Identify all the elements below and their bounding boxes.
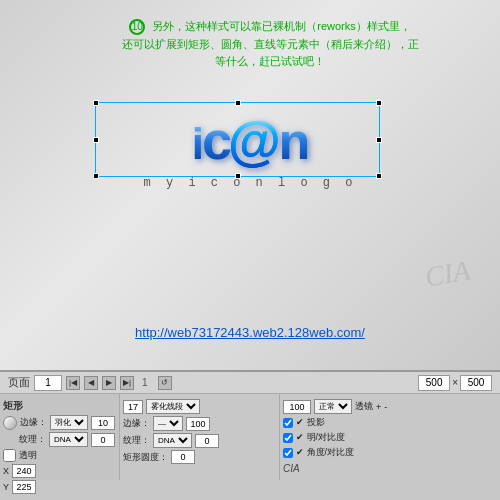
panel-left: 矩形 边缘： 羽化 纹理： DNA 透明	[0, 394, 120, 480]
bottom-toolbar: 页面 |◀ ◀ ▶ ▶| 1 ↺ × 矩形 边缘： 羽化	[0, 370, 500, 500]
page-bar-left: 页面 |◀ ◀ ▶ ▶| 1 ↺	[8, 375, 172, 391]
canvas-area: 10 另外，这种样式可以靠已裸机制（reworks）样式里， 还可以扩展到矩形、…	[0, 0, 500, 370]
texture-label: 纹理：	[19, 433, 46, 446]
icon-container[interactable]: ic@n m y i c o n l o g o	[110, 110, 390, 190]
border-select[interactable]: —	[153, 416, 183, 431]
properties-panel: 矩形 边缘： 羽化 纹理： DNA 透明	[0, 394, 500, 480]
x-value-input[interactable]	[12, 464, 36, 478]
blur-mode-select[interactable]: 雾化线段	[146, 399, 200, 414]
panel-right: 正常 透镜 + - ✔ 投影 ✔ 明/对比度 ✔ 角度/对比度 CIA	[280, 394, 500, 480]
angle-checkbox[interactable]	[283, 448, 293, 458]
border-value[interactable]	[186, 417, 210, 431]
texture2-select[interactable]: DNA	[153, 433, 192, 448]
handle-mid-left[interactable]	[93, 137, 99, 143]
handle-bot-left[interactable]	[93, 173, 99, 179]
texture-value[interactable]	[91, 433, 115, 447]
feather-select[interactable]: 羽化	[50, 415, 88, 430]
refresh-btn[interactable]: ↺	[158, 376, 172, 390]
page-number-input[interactable]	[34, 375, 62, 391]
rect-angle-input[interactable]	[171, 450, 195, 464]
brightness-label: ✔ 明/对比度	[296, 431, 345, 444]
blur-value-input[interactable]	[123, 400, 143, 414]
transparent-label: 透明	[19, 449, 37, 462]
annotation-line1: 另外，这种样式可以靠已裸机制（reworks）样式里，	[152, 20, 411, 32]
rect-angle-label: 矩形圆度：	[123, 451, 168, 464]
icon-subtitle: m y i c o n l o g o	[110, 176, 390, 190]
prev-page-btn[interactable]: ◀	[84, 376, 98, 390]
shadow-label: ✔ 投影	[296, 416, 325, 429]
shape-type-label: 矩形	[3, 399, 23, 413]
url-link[interactable]: http://web73172443.web2.128web.com/	[135, 325, 365, 340]
transparent-checkbox[interactable]	[3, 449, 16, 462]
shadow-checkbox[interactable]	[283, 418, 293, 428]
feather-value[interactable]	[91, 416, 115, 430]
brightness-checkbox[interactable]	[283, 433, 293, 443]
page-bar: 页面 |◀ ◀ ▶ ▶| 1 ↺ ×	[0, 372, 500, 394]
next-page-btn[interactable]: ▶	[102, 376, 116, 390]
watermark: CIA	[422, 254, 472, 293]
blend-mode-select[interactable]: 正常	[314, 399, 352, 414]
handle-top-left[interactable]	[93, 100, 99, 106]
width-input[interactable]	[418, 375, 450, 391]
handle-top-right[interactable]	[376, 100, 382, 106]
y-label: Y	[3, 482, 9, 492]
opacity-label: 透镜	[355, 400, 373, 413]
angle-label: ✔ 角度/对比度	[296, 446, 354, 459]
opacity-value-input[interactable]	[283, 400, 311, 414]
icon-logo-text: ic@n	[110, 110, 390, 168]
handle-top-mid[interactable]	[235, 100, 241, 106]
feather-select-label: 边缘：	[20, 416, 47, 429]
texture2-value[interactable]	[195, 434, 219, 448]
panel-mid: 雾化线段 边缘： — 纹理： DNA 矩形圆度：	[120, 394, 280, 480]
cia-label: CIA	[283, 463, 300, 474]
texture-select[interactable]: DNA	[49, 432, 88, 447]
annotation-line3: 等什么，赶已试试吧！	[215, 55, 325, 67]
shape-icon	[3, 416, 17, 430]
border-label: 边缘：	[123, 417, 150, 430]
x-label: X	[3, 466, 9, 476]
height-input[interactable]	[460, 375, 492, 391]
annotation-line2: 还可以扩展到矩形、圆角、直线等元素中（稍后来介绍），正	[122, 38, 419, 50]
y-value-input[interactable]	[12, 480, 36, 494]
last-page-btn[interactable]: ▶|	[120, 376, 134, 390]
annotation-number: 10	[129, 19, 145, 35]
page-label: 页面	[8, 375, 30, 390]
page-bar-right: ×	[418, 375, 492, 391]
annotation-block: 10 另外，这种样式可以靠已裸机制（reworks）样式里， 还可以扩展到矩形、…	[60, 18, 480, 71]
first-page-btn[interactable]: |◀	[66, 376, 80, 390]
texture2-label: 纹理：	[123, 434, 150, 447]
